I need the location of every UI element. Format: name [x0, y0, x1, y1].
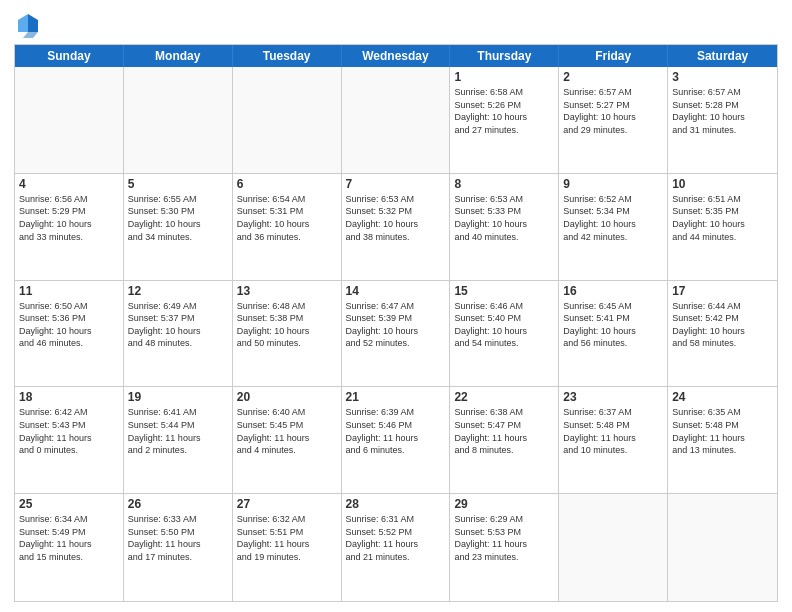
- calendar-header: SundayMondayTuesdayWednesdayThursdayFrid…: [15, 45, 777, 67]
- cal-cell-empty: [668, 494, 777, 601]
- svg-marker-1: [18, 14, 28, 32]
- cal-header-saturday: Saturday: [668, 45, 777, 67]
- cell-info: Sunrise: 6:35 AM Sunset: 5:48 PM Dayligh…: [672, 406, 773, 456]
- svg-marker-0: [28, 14, 38, 32]
- cal-cell-empty: [124, 67, 233, 173]
- cell-info: Sunrise: 6:57 AM Sunset: 5:28 PM Dayligh…: [672, 86, 773, 136]
- day-number: 17: [672, 284, 773, 298]
- cal-cell-empty: [233, 67, 342, 173]
- cal-header-tuesday: Tuesday: [233, 45, 342, 67]
- cell-info: Sunrise: 6:47 AM Sunset: 5:39 PM Dayligh…: [346, 300, 446, 350]
- cell-info: Sunrise: 6:45 AM Sunset: 5:41 PM Dayligh…: [563, 300, 663, 350]
- cal-cell-day-5: 5Sunrise: 6:55 AM Sunset: 5:30 PM Daylig…: [124, 174, 233, 280]
- cal-cell-day-2: 2Sunrise: 6:57 AM Sunset: 5:27 PM Daylig…: [559, 67, 668, 173]
- cal-cell-day-28: 28Sunrise: 6:31 AM Sunset: 5:52 PM Dayli…: [342, 494, 451, 601]
- cal-cell-day-3: 3Sunrise: 6:57 AM Sunset: 5:28 PM Daylig…: [668, 67, 777, 173]
- cal-cell-day-16: 16Sunrise: 6:45 AM Sunset: 5:41 PM Dayli…: [559, 281, 668, 387]
- cell-info: Sunrise: 6:57 AM Sunset: 5:27 PM Dayligh…: [563, 86, 663, 136]
- day-number: 16: [563, 284, 663, 298]
- cell-info: Sunrise: 6:48 AM Sunset: 5:38 PM Dayligh…: [237, 300, 337, 350]
- cell-info: Sunrise: 6:33 AM Sunset: 5:50 PM Dayligh…: [128, 513, 228, 563]
- day-number: 26: [128, 497, 228, 511]
- day-number: 5: [128, 177, 228, 191]
- cal-cell-day-27: 27Sunrise: 6:32 AM Sunset: 5:51 PM Dayli…: [233, 494, 342, 601]
- logo: [14, 10, 46, 38]
- cell-info: Sunrise: 6:55 AM Sunset: 5:30 PM Dayligh…: [128, 193, 228, 243]
- calendar-body: 1Sunrise: 6:58 AM Sunset: 5:26 PM Daylig…: [15, 67, 777, 601]
- day-number: 3: [672, 70, 773, 84]
- day-number: 4: [19, 177, 119, 191]
- cal-header-sunday: Sunday: [15, 45, 124, 67]
- cell-info: Sunrise: 6:40 AM Sunset: 5:45 PM Dayligh…: [237, 406, 337, 456]
- cal-cell-day-10: 10Sunrise: 6:51 AM Sunset: 5:35 PM Dayli…: [668, 174, 777, 280]
- page: SundayMondayTuesdayWednesdayThursdayFrid…: [0, 0, 792, 612]
- day-number: 7: [346, 177, 446, 191]
- day-number: 14: [346, 284, 446, 298]
- cell-info: Sunrise: 6:49 AM Sunset: 5:37 PM Dayligh…: [128, 300, 228, 350]
- cal-cell-day-14: 14Sunrise: 6:47 AM Sunset: 5:39 PM Dayli…: [342, 281, 451, 387]
- day-number: 1: [454, 70, 554, 84]
- day-number: 15: [454, 284, 554, 298]
- cal-cell-day-4: 4Sunrise: 6:56 AM Sunset: 5:29 PM Daylig…: [15, 174, 124, 280]
- calendar: SundayMondayTuesdayWednesdayThursdayFrid…: [14, 44, 778, 602]
- cell-info: Sunrise: 6:53 AM Sunset: 5:32 PM Dayligh…: [346, 193, 446, 243]
- cal-week-3: 18Sunrise: 6:42 AM Sunset: 5:43 PM Dayli…: [15, 387, 777, 494]
- cell-info: Sunrise: 6:42 AM Sunset: 5:43 PM Dayligh…: [19, 406, 119, 456]
- day-number: 18: [19, 390, 119, 404]
- cell-info: Sunrise: 6:29 AM Sunset: 5:53 PM Dayligh…: [454, 513, 554, 563]
- day-number: 25: [19, 497, 119, 511]
- cal-cell-day-19: 19Sunrise: 6:41 AM Sunset: 5:44 PM Dayli…: [124, 387, 233, 493]
- header: [14, 10, 778, 38]
- cal-cell-day-24: 24Sunrise: 6:35 AM Sunset: 5:48 PM Dayli…: [668, 387, 777, 493]
- cal-cell-day-1: 1Sunrise: 6:58 AM Sunset: 5:26 PM Daylig…: [450, 67, 559, 173]
- day-number: 29: [454, 497, 554, 511]
- cal-cell-day-15: 15Sunrise: 6:46 AM Sunset: 5:40 PM Dayli…: [450, 281, 559, 387]
- cal-cell-day-26: 26Sunrise: 6:33 AM Sunset: 5:50 PM Dayli…: [124, 494, 233, 601]
- cell-info: Sunrise: 6:34 AM Sunset: 5:49 PM Dayligh…: [19, 513, 119, 563]
- cal-header-wednesday: Wednesday: [342, 45, 451, 67]
- day-number: 24: [672, 390, 773, 404]
- cal-header-monday: Monday: [124, 45, 233, 67]
- cal-week-2: 11Sunrise: 6:50 AM Sunset: 5:36 PM Dayli…: [15, 281, 777, 388]
- cell-info: Sunrise: 6:31 AM Sunset: 5:52 PM Dayligh…: [346, 513, 446, 563]
- day-number: 20: [237, 390, 337, 404]
- cal-cell-day-21: 21Sunrise: 6:39 AM Sunset: 5:46 PM Dayli…: [342, 387, 451, 493]
- cell-info: Sunrise: 6:53 AM Sunset: 5:33 PM Dayligh…: [454, 193, 554, 243]
- cal-cell-day-9: 9Sunrise: 6:52 AM Sunset: 5:34 PM Daylig…: [559, 174, 668, 280]
- cal-cell-empty: [15, 67, 124, 173]
- cell-info: Sunrise: 6:38 AM Sunset: 5:47 PM Dayligh…: [454, 406, 554, 456]
- cell-info: Sunrise: 6:50 AM Sunset: 5:36 PM Dayligh…: [19, 300, 119, 350]
- day-number: 10: [672, 177, 773, 191]
- cal-cell-empty: [559, 494, 668, 601]
- cell-info: Sunrise: 6:46 AM Sunset: 5:40 PM Dayligh…: [454, 300, 554, 350]
- day-number: 13: [237, 284, 337, 298]
- cal-cell-day-7: 7Sunrise: 6:53 AM Sunset: 5:32 PM Daylig…: [342, 174, 451, 280]
- logo-icon: [14, 10, 42, 38]
- cal-cell-day-29: 29Sunrise: 6:29 AM Sunset: 5:53 PM Dayli…: [450, 494, 559, 601]
- day-number: 2: [563, 70, 663, 84]
- cal-week-1: 4Sunrise: 6:56 AM Sunset: 5:29 PM Daylig…: [15, 174, 777, 281]
- day-number: 12: [128, 284, 228, 298]
- cell-info: Sunrise: 6:32 AM Sunset: 5:51 PM Dayligh…: [237, 513, 337, 563]
- svg-marker-2: [23, 32, 38, 38]
- cell-info: Sunrise: 6:54 AM Sunset: 5:31 PM Dayligh…: [237, 193, 337, 243]
- cal-cell-day-17: 17Sunrise: 6:44 AM Sunset: 5:42 PM Dayli…: [668, 281, 777, 387]
- cal-header-friday: Friday: [559, 45, 668, 67]
- cal-cell-empty: [342, 67, 451, 173]
- cal-cell-day-22: 22Sunrise: 6:38 AM Sunset: 5:47 PM Dayli…: [450, 387, 559, 493]
- day-number: 6: [237, 177, 337, 191]
- cal-cell-day-23: 23Sunrise: 6:37 AM Sunset: 5:48 PM Dayli…: [559, 387, 668, 493]
- day-number: 23: [563, 390, 663, 404]
- cal-cell-day-11: 11Sunrise: 6:50 AM Sunset: 5:36 PM Dayli…: [15, 281, 124, 387]
- day-number: 22: [454, 390, 554, 404]
- cell-info: Sunrise: 6:58 AM Sunset: 5:26 PM Dayligh…: [454, 86, 554, 136]
- cal-cell-day-6: 6Sunrise: 6:54 AM Sunset: 5:31 PM Daylig…: [233, 174, 342, 280]
- day-number: 28: [346, 497, 446, 511]
- cell-info: Sunrise: 6:52 AM Sunset: 5:34 PM Dayligh…: [563, 193, 663, 243]
- day-number: 8: [454, 177, 554, 191]
- cal-cell-day-25: 25Sunrise: 6:34 AM Sunset: 5:49 PM Dayli…: [15, 494, 124, 601]
- cal-week-0: 1Sunrise: 6:58 AM Sunset: 5:26 PM Daylig…: [15, 67, 777, 174]
- day-number: 9: [563, 177, 663, 191]
- cal-cell-day-12: 12Sunrise: 6:49 AM Sunset: 5:37 PM Dayli…: [124, 281, 233, 387]
- cell-info: Sunrise: 6:56 AM Sunset: 5:29 PM Dayligh…: [19, 193, 119, 243]
